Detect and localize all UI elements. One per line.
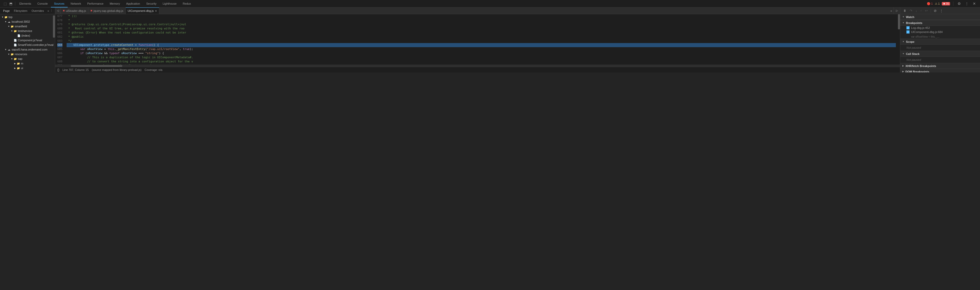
separator xyxy=(953,2,953,6)
format-icon[interactable]: {} xyxy=(57,68,59,72)
more-options-icon[interactable]: ⋮ xyxy=(964,2,970,6)
folder-icon-m: 📁 xyxy=(16,62,20,65)
code-line-685: var oRootView = this._getManifestEntry("… xyxy=(67,47,896,51)
tab-lighthouse[interactable]: Lighthouse xyxy=(159,0,180,8)
scope-section-header[interactable]: ▼ Scope xyxy=(900,39,980,44)
step-over-button[interactable]: ↷ xyxy=(909,9,913,13)
breakpoint-sub-label-uicomp: var oRootView = this._… xyxy=(911,35,939,38)
line-num-678: 678 xyxy=(57,18,62,22)
tree-arrow-smartfield: ▼ xyxy=(7,25,10,28)
tree-item-sap[interactable]: ▼ 📁 sap xyxy=(0,57,55,61)
breakpoint-checkbox-log[interactable]: ✓ xyxy=(907,26,910,29)
tree-item-smartfield-controller[interactable]: 📄 SmartField.controller.js?eval xyxy=(0,43,55,47)
breakpoint-checkbox-uicomp[interactable]: ✓ xyxy=(907,30,910,33)
folder-icon-test: 📁 xyxy=(13,29,17,33)
subtab-page[interactable]: Page xyxy=(1,8,12,14)
tab-label-ui5loader: ui5loader-dbg.js xyxy=(66,9,86,13)
tree-item-test-service[interactable]: ▼ 📁 test/service xyxy=(0,29,55,33)
editor-play-button[interactable]: ▷ xyxy=(894,8,900,14)
tab-console[interactable]: Console xyxy=(34,0,51,8)
tab-application[interactable]: Application xyxy=(123,0,143,8)
tree-label-test: test/service xyxy=(18,29,32,32)
settings-icon[interactable]: ⚙ xyxy=(956,2,962,6)
subtab-menu-icon[interactable]: ⋮ xyxy=(49,9,54,13)
code-content[interactable]: * ))) * * @returns {sap.ui.core.Control|… xyxy=(65,14,898,65)
code-vscrollbar[interactable] xyxy=(898,14,900,65)
subtab-overrides[interactable]: Overrides xyxy=(29,8,46,14)
callstack-section-header[interactable]: ▼ Call Stack xyxy=(900,51,980,57)
close-icon[interactable]: ✕ xyxy=(972,2,977,6)
debugger-toolbar: ⏸ ↷ ↓ ↑ ↩ ⊘ ⋮ xyxy=(900,8,980,14)
right-panel: ⏸ ↷ ↓ ↑ ↩ ⊘ ⋮ ▼ Watch ▼ Breakpoints xyxy=(900,8,980,73)
tree-label-component: Component.js?eval xyxy=(18,39,42,42)
tree-label-smartfield: smartfield xyxy=(15,25,27,28)
code-line-680: * Root control of the UI tree, or a prom… xyxy=(67,27,896,31)
step-back-button[interactable]: ↩ xyxy=(924,9,929,13)
dom-section-arrow: ▶ xyxy=(902,70,904,73)
folder-icon-ui: 📁 xyxy=(16,66,20,70)
tree-item-smartfield[interactable]: ▼ 📁 smartfield xyxy=(0,24,55,29)
step-into-button[interactable]: ↓ xyxy=(915,9,918,13)
breakpoint-item-uicomp[interactable]: ✓ UIComponent-dbg.js:684 var oRootView =… xyxy=(900,30,980,39)
tree-item-sapui5[interactable]: ▼ ☁ sapui5.hana.ondemand.com xyxy=(0,47,55,52)
tree-item-localhost[interactable]: ▼ ☁ localhost:3002 xyxy=(0,19,55,24)
breakpoint-item-log[interactable]: ✓ Log-dbg.js:452 xyxy=(900,26,980,30)
error-count-badge[interactable]: ✖ 70 xyxy=(942,2,950,5)
top-tab-bar: ⬚ ⬒ Elements Console Sources Network Per… xyxy=(0,0,980,8)
xhr-section-arrow: ▶ xyxy=(902,65,904,67)
tab-network[interactable]: Network xyxy=(68,0,84,8)
tab-memory[interactable]: Memory xyxy=(107,0,123,8)
folder-icon-sap: 📁 xyxy=(13,57,17,60)
watch-section-header[interactable]: ▼ Watch xyxy=(900,14,980,20)
step-out-button[interactable]: ↑ xyxy=(920,9,923,13)
scope-section-arrow: ▼ xyxy=(902,40,904,43)
tab-elements[interactable]: Elements xyxy=(16,0,34,8)
pause-button[interactable]: ⏸ xyxy=(902,9,907,13)
callstack-section-label: Call Stack xyxy=(906,52,920,55)
tree-scrollbar[interactable] xyxy=(53,14,55,73)
tree-item-top[interactable]: ▼ 📁 top xyxy=(0,15,55,19)
editor-tabs-more-icon[interactable]: » xyxy=(889,8,894,14)
tree-item-ui[interactable]: ▶ 📁 ui xyxy=(0,66,55,70)
tree-arrow-test: ▼ xyxy=(10,29,13,32)
tab-performance[interactable]: Performance xyxy=(84,0,107,8)
editor-tab-uicomponent[interactable]: UIComponent-dbg.js ✕ xyxy=(126,8,159,14)
breakpoints-section-header[interactable]: ▼ Breakpoints xyxy=(900,20,980,26)
tree-item-m[interactable]: ▶ 📁 m xyxy=(0,61,55,66)
tree-item-component[interactable]: 📄 Component.js?eval xyxy=(0,38,55,43)
tree-arrow-component xyxy=(10,39,13,42)
subtab-filesystem[interactable]: Filesystem xyxy=(12,8,30,14)
editor-tabs-prev-icon[interactable]: ◁ xyxy=(55,8,60,14)
tab-security[interactable]: Security xyxy=(143,0,159,8)
tree-label-ui: ui xyxy=(21,67,23,70)
error-badge[interactable]: 🔴 1 xyxy=(927,2,933,5)
editor-tab-jquery[interactable]: ✖ jquery.sap.global-dbg.js xyxy=(88,8,126,14)
xhr-section-header[interactable]: ▶ XHR/fetch Breakpoints xyxy=(900,63,980,69)
line-num-683: 683 xyxy=(57,39,62,43)
deactivate-button[interactable]: ⊘ xyxy=(933,9,937,13)
left-panel: Page Filesystem Overrides » ⋮ ▼ 📁 top ▼ … xyxy=(0,8,55,73)
file-js-icon-component: 📄 xyxy=(13,38,17,42)
tab-redux[interactable]: Redux xyxy=(180,0,194,8)
code-hscrollbar-thumb xyxy=(71,65,123,67)
cursor-icon[interactable]: ⬚ xyxy=(3,2,7,6)
tab-close-icon-uicomponent[interactable]: ✕ xyxy=(155,10,157,13)
folder-icon: 📁 xyxy=(4,15,8,19)
tree-item-index[interactable]: 📄 (index) xyxy=(0,33,55,38)
code-line-677: * ))) xyxy=(67,14,896,18)
code-hscrollbar[interactable] xyxy=(55,65,900,67)
breakpoints-section-label: Breakpoints xyxy=(906,21,923,24)
tab-sources[interactable]: Sources xyxy=(51,0,67,8)
code-line-682: * @public xyxy=(67,35,896,39)
tree-item-resources[interactable]: ▼ 📁 resources xyxy=(0,52,55,57)
dom-section-header[interactable]: ▶ DOM Breakpoints xyxy=(900,69,980,73)
breakpoint-label-log: Log-dbg.js:452 xyxy=(911,26,930,29)
scope-section-label: Scope xyxy=(906,40,915,43)
more-debug-icon[interactable]: ⋮ xyxy=(939,9,944,13)
tree-label-sf-ctrl: SmartField.controller.js?eval xyxy=(18,43,53,46)
coverage-info: Coverage: n/a xyxy=(145,68,162,71)
line-num-679: 679 xyxy=(57,22,62,27)
editor-tab-ui5loader[interactable]: ✖ ui5loader-dbg.js xyxy=(60,8,88,14)
warning-badge[interactable]: ⚠ 1 xyxy=(935,2,940,5)
device-icon[interactable]: ⬒ xyxy=(9,2,13,6)
